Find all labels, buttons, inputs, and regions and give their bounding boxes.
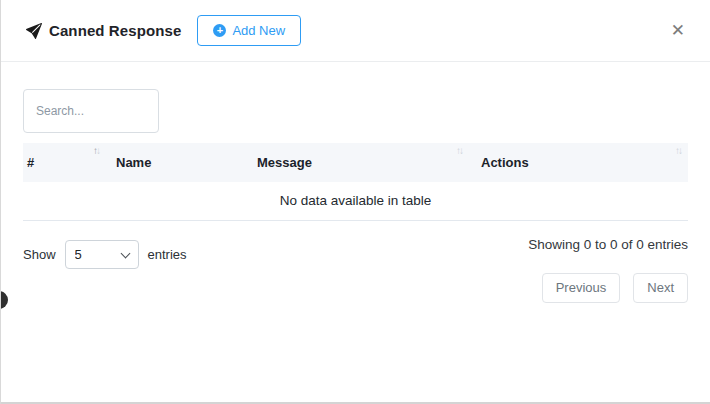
sort-icon: ↑↓ bbox=[456, 146, 462, 156]
next-button[interactable]: Next bbox=[633, 273, 688, 303]
add-new-button[interactable]: + Add New bbox=[197, 15, 301, 46]
column-label: Actions bbox=[481, 155, 529, 170]
column-label: Name bbox=[116, 155, 151, 170]
pager: Previous Next bbox=[542, 273, 688, 303]
empty-table-message: No data available in table bbox=[23, 182, 688, 220]
entries-label: entries bbox=[148, 247, 187, 262]
close-icon[interactable]: ✕ bbox=[671, 22, 685, 39]
pagination-group: Showing 0 to 0 of 0 entries Previous Nex… bbox=[528, 237, 688, 303]
add-new-label: Add New bbox=[232, 23, 285, 38]
sort-icon: ↑↓ bbox=[675, 146, 681, 156]
column-header-message[interactable]: Message ↑↓ bbox=[247, 143, 469, 182]
page-title: Canned Response bbox=[49, 22, 181, 39]
canned-response-modal: Canned Response + Add New ✕ # ↑↓ Name bbox=[0, 0, 710, 404]
table-header-row: # ↑↓ Name Message ↑↓ Actions ↑↓ bbox=[23, 143, 688, 182]
entries-summary: Showing 0 to 0 of 0 entries bbox=[528, 237, 688, 252]
table-controls: Show 5 entries Showing 0 to 0 of 0 entri… bbox=[23, 237, 688, 303]
paper-plane-icon bbox=[26, 23, 42, 39]
canned-response-table: # ↑↓ Name Message ↑↓ Actions ↑↓ bbox=[23, 143, 688, 221]
plus-circle-icon: + bbox=[213, 24, 226, 37]
sort-icon: ↑↓ bbox=[93, 146, 99, 156]
search-input[interactable] bbox=[23, 89, 159, 133]
empty-table-row: No data available in table bbox=[23, 182, 688, 220]
page-size-select[interactable]: 5 bbox=[65, 240, 139, 269]
previous-button[interactable]: Previous bbox=[542, 273, 621, 303]
column-header-actions[interactable]: Actions ↑↓ bbox=[469, 143, 688, 182]
column-label: # bbox=[27, 155, 34, 170]
show-label: Show bbox=[23, 247, 56, 262]
page-size-select-wrap: 5 bbox=[65, 240, 139, 269]
modal-body: # ↑↓ Name Message ↑↓ Actions ↑↓ bbox=[1, 62, 710, 303]
column-header-number[interactable]: # ↑↓ bbox=[23, 143, 106, 182]
page-length-control: Show 5 entries bbox=[23, 240, 187, 269]
column-label: Message bbox=[257, 155, 312, 170]
column-header-name[interactable]: Name bbox=[106, 143, 247, 182]
modal-header: Canned Response + Add New ✕ bbox=[1, 0, 710, 62]
